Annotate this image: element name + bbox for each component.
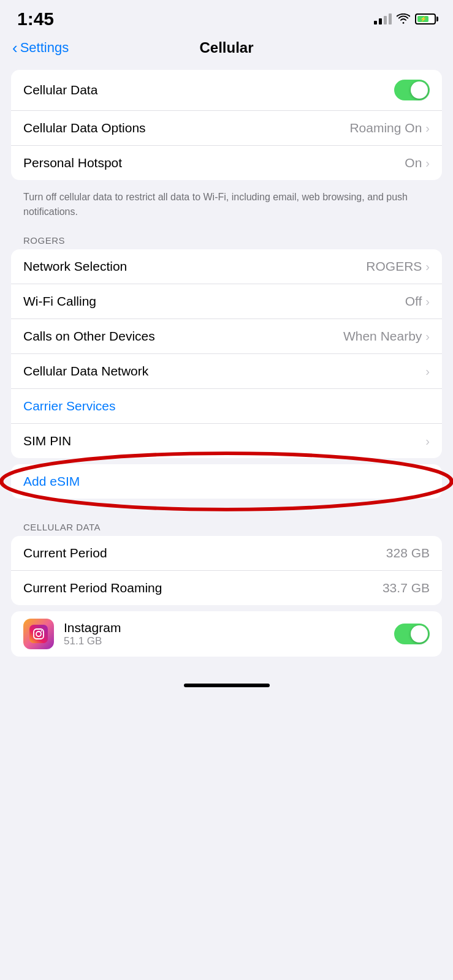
calls-other-devices-value: When Nearby xyxy=(343,329,422,344)
network-selection-value: ROGERS xyxy=(366,259,422,274)
personal-hotspot-row[interactable]: Personal Hotspot On › xyxy=(11,146,442,180)
home-bar xyxy=(184,684,270,687)
toggle-knob xyxy=(411,625,428,643)
wifi-calling-value: Off xyxy=(405,294,422,309)
chevron-right-icon: › xyxy=(425,157,430,169)
nav-bar: ‹ Settings Cellular xyxy=(0,36,453,64)
sim-pin-label: SIM PIN xyxy=(23,434,71,448)
current-period-value: 328 GB xyxy=(386,546,430,560)
wifi-calling-row[interactable]: Wi-Fi Calling Off › xyxy=(11,284,442,319)
carrier-services-row[interactable]: Carrier Services xyxy=(11,389,442,424)
instagram-row: Instagram 51.1 GB xyxy=(11,611,442,657)
chevron-right-icon: › xyxy=(425,330,430,342)
rogers-card: Network Selection ROGERS › Wi-Fi Calling… xyxy=(11,249,442,458)
instagram-info: Instagram 51.1 GB xyxy=(64,620,384,647)
cellular-main-card: Cellular Data Cellular Data Options Roam… xyxy=(11,70,442,180)
current-period-roaming-label: Current Period Roaming xyxy=(23,581,162,595)
status-icons: ⚡ xyxy=(374,13,436,24)
rogers-section-label: ROGERS xyxy=(11,229,442,249)
cellular-data-label: Cellular Data xyxy=(23,83,97,97)
personal-hotspot-right: On › xyxy=(405,156,430,170)
chevron-right-icon: › xyxy=(425,122,430,134)
instagram-icon xyxy=(23,619,54,649)
chevron-right-icon: › xyxy=(425,260,430,273)
wifi-icon xyxy=(397,13,410,24)
back-label: Settings xyxy=(20,40,69,56)
content: Cellular Data Cellular Data Options Roam… xyxy=(0,64,453,669)
calls-other-devices-row[interactable]: Calls on Other Devices When Nearby › xyxy=(11,319,442,354)
chevron-right-icon: › xyxy=(425,295,430,307)
add-esim-label: Add eSIM xyxy=(23,474,80,489)
svg-point-4 xyxy=(41,630,42,631)
page-title: Cellular xyxy=(199,39,253,56)
status-time: 1:45 xyxy=(17,9,54,29)
cellular-data-options-value: Roaming On xyxy=(349,121,422,135)
cellular-footer-note: Turn off cellular data to restrict all d… xyxy=(11,186,442,229)
wifi-calling-right: Off › xyxy=(405,294,430,309)
current-period-roaming-row: Current Period Roaming 33.7 GB xyxy=(11,571,442,605)
instagram-name: Instagram xyxy=(64,620,384,635)
network-selection-label: Network Selection xyxy=(23,259,127,274)
calls-other-devices-label: Calls on Other Devices xyxy=(23,329,155,344)
cellular-data-section-label: CELLULAR DATA xyxy=(11,516,442,536)
cellular-data-row[interactable]: Cellular Data xyxy=(11,70,442,111)
back-chevron-icon: ‹ xyxy=(12,40,18,56)
cellular-data-usage-card: Current Period 328 GB Current Period Roa… xyxy=(11,536,442,605)
cellular-data-network-row[interactable]: Cellular Data Network › xyxy=(11,354,442,389)
instagram-toggle[interactable] xyxy=(394,624,430,644)
add-esim-row[interactable]: Add eSIM xyxy=(11,464,442,499)
current-period-roaming-value: 33.7 GB xyxy=(383,581,430,595)
network-selection-right: ROGERS › xyxy=(366,259,430,274)
status-bar: 1:45 ⚡ xyxy=(0,0,453,36)
signal-icon xyxy=(374,13,392,24)
toggle-knob xyxy=(411,81,428,99)
esim-card: Add eSIM xyxy=(11,464,442,499)
current-period-row: Current Period 328 GB xyxy=(11,536,442,571)
personal-hotspot-value: On xyxy=(405,156,422,170)
chevron-right-icon: › xyxy=(425,435,430,447)
instagram-size: 51.1 GB xyxy=(64,635,384,647)
carrier-services-label: Carrier Services xyxy=(23,399,116,413)
current-period-label: Current Period xyxy=(23,546,107,560)
calls-other-devices-right: When Nearby › xyxy=(343,329,430,344)
cellular-data-options-row[interactable]: Cellular Data Options Roaming On › xyxy=(11,111,442,146)
svg-rect-1 xyxy=(29,625,48,643)
cellular-data-options-right: Roaming On › xyxy=(349,121,430,135)
personal-hotspot-label: Personal Hotspot xyxy=(23,156,122,170)
chevron-right-icon: › xyxy=(425,365,430,377)
back-button[interactable]: ‹ Settings xyxy=(12,40,69,56)
sim-pin-right: › xyxy=(425,435,430,447)
cellular-data-options-label: Cellular Data Options xyxy=(23,121,146,135)
battery-icon: ⚡ xyxy=(415,13,436,24)
wifi-calling-label: Wi-Fi Calling xyxy=(23,294,96,309)
cellular-data-network-label: Cellular Data Network xyxy=(23,364,148,379)
cellular-data-network-right: › xyxy=(425,365,430,377)
home-indicator xyxy=(0,669,453,693)
sim-pin-row[interactable]: SIM PIN › xyxy=(11,424,442,458)
cellular-data-toggle[interactable] xyxy=(394,80,430,100)
network-selection-row[interactable]: Network Selection ROGERS › xyxy=(11,249,442,284)
